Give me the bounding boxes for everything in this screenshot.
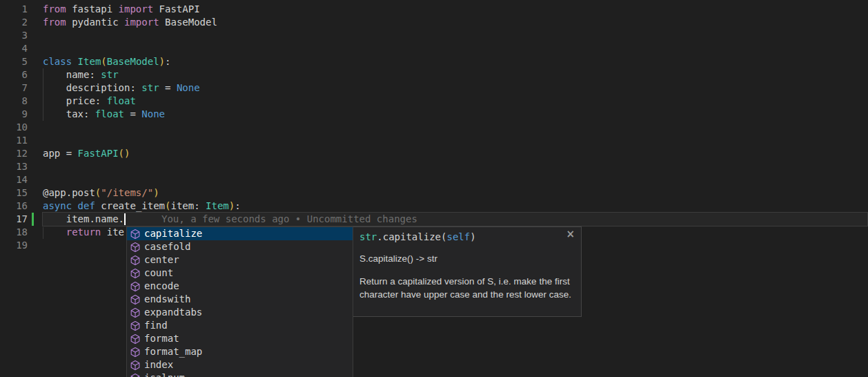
suggest-item[interactable]: encode <box>127 280 353 293</box>
line-number[interactable]: 7 <box>0 81 28 95</box>
code-line[interactable]: 16async def create_item(item: Item): <box>0 200 868 213</box>
suggest-item-label: expandtabs <box>144 306 202 319</box>
line-number[interactable]: 15 <box>0 186 28 200</box>
code-token: from <box>43 17 66 28</box>
code-line[interactable]: 12app = FastAPI() <box>0 147 868 160</box>
code-line[interactable]: 1from fastapi import FastAPI <box>0 3 868 16</box>
code-token: app = <box>43 148 78 159</box>
suggest-item-label: format_map <box>144 345 202 358</box>
code-token: : <box>165 56 170 67</box>
code-line[interactable]: 4 <box>0 42 868 55</box>
code-token: def <box>78 200 95 211</box>
suggest-item-label: capitalize <box>144 227 202 240</box>
code-token: ( <box>101 56 106 67</box>
line-number[interactable]: 10 <box>0 121 28 134</box>
line-number[interactable]: 19 <box>0 239 28 252</box>
code-line[interactable]: 6 name: str <box>0 68 868 81</box>
code-text: class Item(BaseModel): <box>43 55 170 68</box>
method-cube-icon <box>130 307 141 318</box>
docs-description: Return a capitalized version of S, i.e. … <box>359 275 578 301</box>
code-token: ) <box>153 187 159 198</box>
code-token: ) <box>229 200 235 211</box>
code-token: None <box>141 108 165 119</box>
code-line[interactable]: 5class Item(BaseModel): <box>0 55 868 68</box>
code-token: ) <box>470 231 475 242</box>
suggest-item[interactable]: capitalize <box>127 227 353 240</box>
suggest-item[interactable]: expandtabs <box>127 306 353 319</box>
line-number[interactable]: 18 <box>0 226 28 239</box>
code-token: item.name. <box>43 213 124 224</box>
code-line[interactable]: 9 tax: float = None <box>0 108 868 121</box>
method-cube-icon <box>130 255 141 266</box>
suggest-item-label: count <box>144 267 173 280</box>
close-icon[interactable]: × <box>566 229 575 240</box>
suggest-item-label: format <box>144 332 179 345</box>
code-text: app = FastAPI() <box>43 147 130 160</box>
line-number[interactable]: 8 <box>0 95 28 108</box>
code-text: name: str <box>43 68 119 81</box>
code-token: import <box>124 17 159 28</box>
code-line[interactable]: 14 <box>0 173 868 186</box>
line-number[interactable]: 14 <box>0 173 28 186</box>
suggest-item[interactable]: center <box>127 253 353 267</box>
code-line[interactable]: 10 <box>0 121 868 134</box>
code-line[interactable]: 3 <box>0 29 868 42</box>
code-text: tax: float = None <box>43 108 165 121</box>
code-token: () <box>119 148 130 159</box>
code-token: class <box>43 56 72 67</box>
method-cube-icon <box>130 242 141 253</box>
line-number[interactable]: 11 <box>0 134 28 147</box>
line-number[interactable]: 1 <box>0 3 28 16</box>
code-token: = <box>159 82 177 93</box>
suggest-item[interactable]: index <box>127 358 353 371</box>
code-token: name: <box>43 69 101 80</box>
suggest-item-label: find <box>144 319 168 332</box>
suggest-item[interactable]: format <box>127 332 353 345</box>
suggest-item[interactable]: endswith <box>127 293 353 306</box>
code-token: import <box>119 3 154 14</box>
line-number[interactable]: 9 <box>0 108 28 121</box>
code-token: pydantic <box>66 17 124 28</box>
code-token: FastAPI <box>153 3 199 14</box>
line-number[interactable]: 4 <box>0 42 28 55</box>
code-token: fastapi <box>66 3 119 14</box>
suggest-item[interactable]: casefold <box>127 240 353 253</box>
method-cube-icon <box>130 281 141 292</box>
code-line[interactable]: 15@app.post("/items/") <box>0 186 868 200</box>
line-number[interactable]: 16 <box>0 200 28 213</box>
text-cursor <box>124 213 126 225</box>
suggest-item[interactable]: format_map <box>127 345 353 358</box>
code-token: : <box>235 200 240 211</box>
code-line[interactable]: 13 <box>0 160 868 173</box>
code-text: @app.post("/items/") <box>43 186 159 200</box>
code-line[interactable]: 17 item.name. <box>0 213 868 226</box>
method-cube-icon <box>130 334 141 345</box>
code-token: create_item <box>95 200 165 211</box>
code-token: .capitalize( <box>377 231 446 242</box>
line-number[interactable]: 5 <box>0 55 28 68</box>
line-number[interactable]: 17 <box>0 213 28 226</box>
error-squiggle <box>43 118 50 122</box>
code-token: BaseModel <box>159 17 217 28</box>
code-token: float <box>95 108 124 119</box>
code-token: async <box>43 200 72 211</box>
suggest-item-label: isalnum <box>144 371 185 377</box>
line-number[interactable]: 3 <box>0 29 28 42</box>
suggest-item[interactable]: find <box>127 319 353 332</box>
code-token: tax: <box>43 108 95 119</box>
method-cube-icon <box>130 229 141 240</box>
suggest-item[interactable]: isalnum <box>127 371 353 377</box>
code-text: description: str = None <box>43 81 200 95</box>
suggest-item[interactable]: count <box>127 267 353 280</box>
code-line[interactable]: 2from pydantic import BaseModel <box>0 16 868 29</box>
code-text: async def create_item(item: Item): <box>43 200 241 213</box>
method-cube-icon <box>130 320 141 331</box>
line-number[interactable]: 6 <box>0 68 28 81</box>
code-token: str <box>141 82 159 93</box>
line-number[interactable]: 13 <box>0 160 28 173</box>
line-number[interactable]: 12 <box>0 147 28 160</box>
line-number[interactable]: 2 <box>0 16 28 29</box>
code-line[interactable]: 8 price: float <box>0 95 868 108</box>
code-line[interactable]: 11 <box>0 134 868 147</box>
code-line[interactable]: 7 description: str = None <box>0 81 868 95</box>
